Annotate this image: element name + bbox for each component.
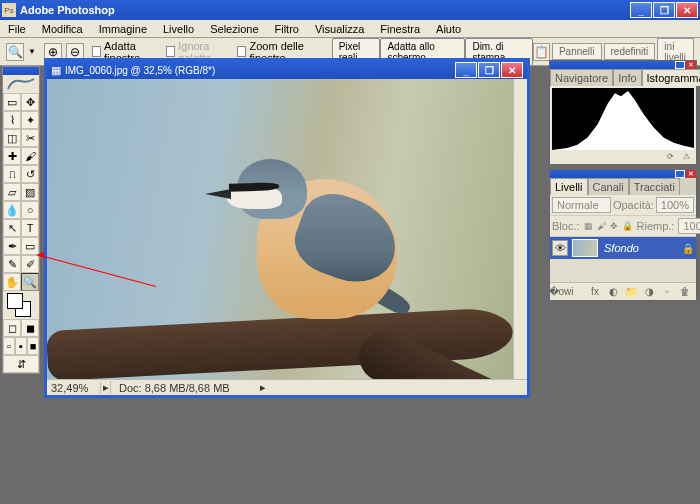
- histogram-warning-icon[interactable]: ⚠: [680, 152, 692, 162]
- type-tool[interactable]: T: [21, 219, 39, 237]
- layer-mask-icon[interactable]: ◐: [606, 285, 620, 299]
- minimize-button[interactable]: _: [630, 2, 652, 18]
- screenmode-1[interactable]: ▫: [3, 337, 15, 355]
- palette-well-icon[interactable]: 📋: [533, 43, 550, 61]
- document-icon: ▦: [51, 64, 61, 77]
- opacity-label: Opacità:: [613, 199, 654, 211]
- screenmode-2[interactable]: ▪: [15, 337, 27, 355]
- zoom-tool-icon[interactable]: 🔍: [6, 43, 24, 61]
- screenmode-3[interactable]: ■: [27, 337, 39, 355]
- pen-tool[interactable]: ✒: [3, 237, 21, 255]
- layer-lock-icon: 🔒: [682, 243, 694, 254]
- history-brush-tool[interactable]: ↺: [21, 165, 39, 183]
- tab-histogram[interactable]: Istogramma: [642, 69, 700, 86]
- lock-transparent-icon[interactable]: ▦: [584, 220, 593, 232]
- doc-minimize-button[interactable]: _: [455, 62, 477, 78]
- document-title: IMG_0060.jpg @ 32,5% (RGB/8*): [65, 65, 455, 76]
- adjustment-layer-icon[interactable]: ◑: [642, 285, 656, 299]
- blur-tool[interactable]: 💧: [3, 201, 21, 219]
- menu-image[interactable]: Immagine: [91, 21, 155, 37]
- stamp-tool[interactable]: ⎍: [3, 165, 21, 183]
- menu-select[interactable]: Selezione: [202, 21, 266, 37]
- layer-visibility-icon[interactable]: 👁: [552, 240, 568, 256]
- new-group-icon[interactable]: 📁: [624, 285, 638, 299]
- layer-row[interactable]: 👁 Sfondo 🔒: [550, 237, 696, 259]
- fill-input[interactable]: 100%: [678, 218, 700, 234]
- foreground-color[interactable]: [7, 293, 23, 309]
- link-layers-icon[interactable]: �owi: [554, 285, 568, 299]
- presets-tab[interactable]: redefiniti: [604, 43, 656, 60]
- doc-maximize-button[interactable]: ❐: [478, 62, 500, 78]
- app-icon: Ps: [2, 3, 16, 17]
- lock-all-icon[interactable]: 🔒: [622, 220, 633, 232]
- status-menu-icon[interactable]: ▸: [256, 381, 270, 394]
- panels-tab[interactable]: Pannelli: [552, 43, 602, 60]
- tab-navigator[interactable]: Navigatore: [550, 69, 613, 86]
- layers-panel-close-button[interactable]: ✕: [686, 170, 696, 178]
- dropdown-icon[interactable]: ▼: [28, 47, 36, 56]
- tab-info[interactable]: Info: [613, 69, 641, 86]
- menu-help[interactable]: Aiuto: [428, 21, 469, 37]
- tab-paths[interactable]: Tracciati: [629, 178, 680, 195]
- heal-tool[interactable]: ✚: [3, 147, 21, 165]
- status-arrow-icon[interactable]: ▸: [101, 381, 111, 394]
- status-bar: 32,49% ▸ Doc: 8,68 MB/8,68 MB ▸: [47, 379, 527, 395]
- canvas[interactable]: [47, 79, 513, 379]
- menu-edit[interactable]: Modifica: [34, 21, 91, 37]
- maximize-button[interactable]: ❐: [653, 2, 675, 18]
- app-title: Adobe Photoshop: [20, 4, 630, 16]
- toolbox: ▭✥ ⌇✦ ◫✂ ✚🖌 ⎍↺ ▱▨ 💧○ ↖T ✒▭ ✎✐ ✋🔍 ◻◼ ▫▪■ …: [2, 66, 40, 374]
- lasso-tool[interactable]: ⌇: [3, 111, 21, 129]
- lock-label: Bloc.:: [552, 220, 580, 232]
- layer-name[interactable]: Sfondo: [604, 242, 682, 254]
- color-swatches[interactable]: [3, 291, 39, 319]
- layer-list: 👁 Sfondo 🔒: [550, 237, 696, 282]
- annotation-arrow-head: [36, 252, 44, 258]
- menu-layer[interactable]: Livello: [155, 21, 202, 37]
- lock-image-icon[interactable]: 🖌: [597, 220, 606, 232]
- zoom-level[interactable]: 32,49%: [47, 382, 101, 394]
- hand-tool[interactable]: ✋: [3, 273, 21, 291]
- quickmask-off[interactable]: ◻: [3, 319, 21, 337]
- menu-filter[interactable]: Filtro: [267, 21, 307, 37]
- svg-marker-0: [552, 91, 694, 150]
- new-layer-icon[interactable]: ▫: [660, 285, 674, 299]
- quickmask-on[interactable]: ◼: [21, 319, 39, 337]
- layer-style-icon[interactable]: fx: [588, 285, 602, 299]
- document-titlebar[interactable]: ▦ IMG_0060.jpg @ 32,5% (RGB/8*) _ ❐ ✕: [47, 61, 527, 79]
- menu-view[interactable]: Visualizza: [307, 21, 372, 37]
- opacity-input[interactable]: 100%: [656, 197, 694, 213]
- tab-layers[interactable]: Livelli: [550, 178, 588, 195]
- layers-panel: ✕ Livelli Canali Tracciati Normale Opaci…: [549, 169, 697, 301]
- histogram-panel: ✕ Navigatore Info Istogramma ⟳ ⚠: [549, 60, 697, 165]
- slice-tool[interactable]: ✂: [21, 129, 39, 147]
- panel-close-button[interactable]: ✕: [686, 61, 696, 69]
- menu-window[interactable]: Finestra: [372, 21, 428, 37]
- blend-mode-select[interactable]: Normale: [552, 197, 611, 213]
- jump-imageready[interactable]: ⇵: [3, 355, 39, 373]
- layer-thumbnail[interactable]: [572, 239, 598, 257]
- lock-position-icon[interactable]: ✥: [610, 220, 618, 232]
- tab-channels[interactable]: Canali: [588, 178, 629, 195]
- menu-file[interactable]: File: [0, 21, 34, 37]
- close-button[interactable]: ✕: [676, 2, 698, 18]
- layers-panel-min-button[interactable]: [675, 170, 685, 178]
- brush-tool[interactable]: 🖌: [21, 147, 39, 165]
- dodge-tool[interactable]: ○: [21, 201, 39, 219]
- vertical-scrollbar[interactable]: [513, 79, 527, 379]
- eraser-tool[interactable]: ▱: [3, 183, 21, 201]
- zoom-tool[interactable]: 🔍: [21, 273, 39, 291]
- doc-close-button[interactable]: ✕: [501, 62, 523, 78]
- menubar: File Modifica Immagine Livello Selezione…: [0, 20, 700, 38]
- crop-tool[interactable]: ◫: [3, 129, 21, 147]
- photoshop-logo-icon: [6, 77, 36, 91]
- wand-tool[interactable]: ✦: [21, 111, 39, 129]
- delete-layer-icon[interactable]: 🗑: [678, 285, 692, 299]
- move-tool[interactable]: ✥: [21, 93, 39, 111]
- path-tool[interactable]: ↖: [3, 219, 21, 237]
- gradient-tool[interactable]: ▨: [21, 183, 39, 201]
- notes-tool[interactable]: ✎: [3, 255, 21, 273]
- marquee-tool[interactable]: ▭: [3, 93, 21, 111]
- histogram-refresh-icon[interactable]: ⟳: [664, 152, 676, 162]
- panel-min-button[interactable]: [675, 61, 685, 69]
